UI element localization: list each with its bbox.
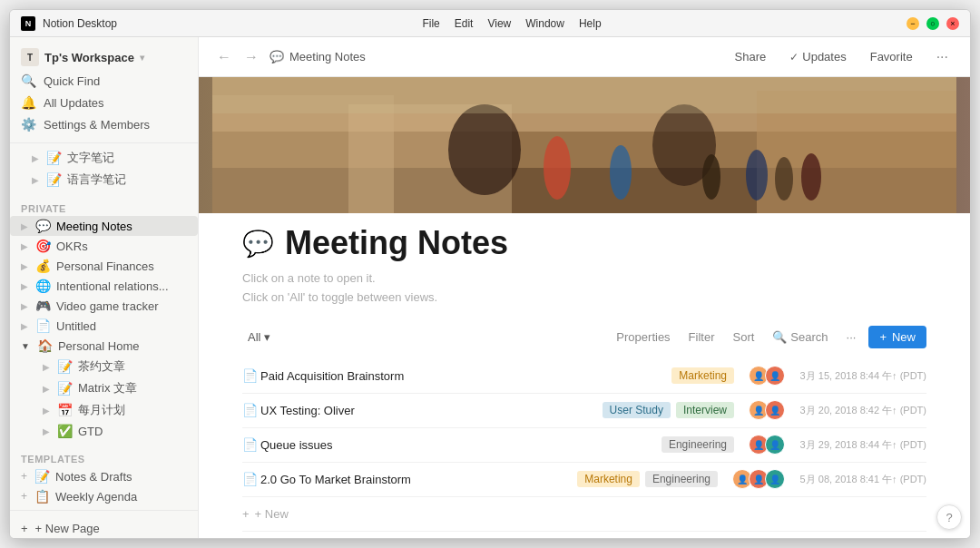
search-icon: 🔍: [21, 73, 36, 88]
filter-button[interactable]: Filter: [683, 328, 720, 347]
doc-icon: 📄: [242, 437, 260, 452]
check-icon: ✅: [57, 424, 73, 438]
table-row[interactable]: 📄 Paid Acquisition Brainstorm Marketing …: [242, 359, 926, 394]
app-logo: N: [21, 16, 35, 31]
gtd-label: GTD: [78, 425, 191, 438]
arrow-icon: ▶: [43, 406, 50, 416]
page-subtitle: Click on a note to open it. Click on 'Al…: [242, 269, 926, 308]
row-title: 2.0 Go To Market Brainstorm: [260, 473, 536, 486]
more-button[interactable]: ···: [929, 45, 956, 69]
doc-icon: 📝: [46, 172, 62, 187]
game-icon: 🎮: [35, 298, 51, 313]
subtitle-line2: Click on 'All' to toggle between views.: [242, 289, 926, 308]
svg-point-8: [544, 136, 571, 200]
sidebar-item-video-game[interactable]: ▶ 🎮 Video game tracker: [10, 296, 198, 316]
row-title: Paid Acquisition Brainstorm: [260, 369, 553, 383]
view-label: All: [248, 330, 260, 344]
sidebar-item-meeting-notes[interactable]: ▶ 💬 Meeting Notes: [10, 216, 198, 236]
sidebar-item-yuyan[interactable]: ▶ 📝 语言学笔记: [10, 169, 198, 191]
sidebar-item-weekly-agenda[interactable]: + 📋 Weekly Agenda: [10, 486, 198, 506]
avatar: 👤: [765, 435, 785, 455]
doc-icon: 📄: [242, 472, 260, 486]
window-controls: − ○ ×: [906, 17, 959, 30]
table-row[interactable]: 📄 UX Testing: Oliver User Study Intervie…: [242, 394, 926, 428]
properties-button[interactable]: Properties: [611, 328, 675, 347]
sidebar-item-monthly-plan[interactable]: ▶ 📅 每月计划: [10, 399, 198, 421]
svg-point-11: [746, 150, 768, 201]
minimize-button[interactable]: −: [906, 17, 919, 30]
sidebar-item-article1[interactable]: ▶ 📝 茶约文章: [10, 356, 198, 377]
arrow-icon: ▶: [21, 321, 28, 331]
menu-help[interactable]: Help: [579, 17, 602, 30]
sidebar-item-untitled[interactable]: ▶ 📄 Untitled: [10, 316, 198, 336]
favorite-button[interactable]: Favorite: [863, 46, 920, 67]
sidebar-quick-find[interactable]: 🔍 Quick Find: [14, 70, 194, 92]
menu-view[interactable]: View: [487, 17, 511, 30]
close-button[interactable]: ×: [946, 17, 959, 30]
row-tags: Marketing: [553, 367, 734, 384]
menu-edit[interactable]: Edit: [455, 17, 474, 30]
sidebar-item-article2[interactable]: ▶ 📝 Matrix 文章: [10, 377, 198, 399]
db-more-button[interactable]: ···: [841, 328, 862, 347]
menu-window[interactable]: Window: [525, 17, 564, 30]
intentional-label: Intentional relations...: [56, 279, 191, 293]
row-avatars: 👤 👤: [749, 400, 785, 420]
sidebar-item-notes-drafts[interactable]: + 📝 Notes & Drafts: [10, 466, 198, 486]
money-icon: 💰: [35, 259, 51, 273]
sidebar-item-okrs[interactable]: ▶ 🎯 OKRs: [10, 236, 198, 256]
nav-buttons: ← →: [213, 47, 262, 67]
article2-label: Matrix 文章: [78, 380, 191, 396]
arrow-down-icon: ▼: [21, 341, 30, 351]
workspace-icon: T: [21, 48, 39, 66]
workspace-header[interactable]: T Tp's Workspace ▾: [14, 44, 194, 70]
sidebar-item-gtd[interactable]: ▶ ✅ GTD: [10, 421, 198, 441]
new-record-button[interactable]: + New: [868, 326, 926, 348]
toolbar-right: Share ✓ Updates Favorite ···: [728, 45, 956, 69]
sidebar-all-updates[interactable]: 🔔 All Updates: [14, 92, 194, 113]
globe-icon: 🌐: [35, 279, 51, 293]
sidebar-templates-section: TEMPLATES + 📝 Notes & Drafts + 📋 Weekly …: [10, 445, 198, 510]
personal-finances-label: Personal Finances: [56, 259, 191, 273]
doc-icon: 📝: [57, 381, 73, 396]
page-toolbar: ← → 💬 Meeting Notes Share ✓ Updates Favo…: [199, 37, 970, 77]
sort-button[interactable]: Sort: [728, 328, 760, 347]
sidebar-nested-section: ▶ 📝 文字笔记 ▶ 📝 语言学笔记: [10, 143, 198, 194]
settings-label: Settings & Members: [44, 118, 150, 132]
menu-file[interactable]: File: [422, 17, 439, 30]
arrow-icon: ▶: [21, 301, 28, 311]
sidebar-item-personal-home[interactable]: ▼ 🏠 Personal Home: [10, 336, 198, 356]
maximize-button[interactable]: ○: [926, 17, 939, 30]
weekly-agenda-label: Weekly Agenda: [55, 490, 191, 504]
sidebar-item-personal-finances[interactable]: ▶ 💰 Personal Finances: [10, 256, 198, 276]
share-button[interactable]: Share: [728, 46, 774, 67]
db-toolbar: All ▾ Properties Filter Sort 🔍 Search: [242, 326, 926, 348]
row-date: 3月 15, 2018 8:44 午↑ (PDT): [799, 369, 926, 383]
arrow-icon: ▶: [43, 384, 50, 394]
sidebar-item-wenzi[interactable]: ▶ 📝 文字笔记: [10, 147, 198, 169]
arrow-icon: ▶: [43, 362, 50, 372]
view-selector[interactable]: All ▾: [242, 328, 276, 347]
svg-point-9: [610, 145, 632, 200]
updates-button[interactable]: ✓ Updates: [782, 46, 853, 67]
tag-engineering: Engineering: [662, 436, 734, 453]
back-button[interactable]: ←: [213, 47, 235, 67]
gear-icon: ⚙️: [21, 117, 36, 132]
workspace-label: Tp's Workspace: [44, 51, 134, 64]
help-button[interactable]: ?: [936, 504, 962, 530]
add-row-button[interactable]: + + New: [242, 497, 926, 532]
arrow-icon: ▶: [43, 426, 50, 436]
new-page-button[interactable]: + + New Page: [14, 518, 194, 538]
sidebar-item-intentional[interactable]: ▶ 🌐 Intentional relations...: [10, 276, 198, 296]
sidebar-private-section: PRIVATE ▶ 💬 Meeting Notes ▶ 🎯 OKRs ▶ 💰 P…: [10, 194, 198, 445]
table-row[interactable]: 📄 Queue issues Engineering 👤 👤 3月 29, 20…: [242, 428, 926, 463]
row-title: UX Testing: Oliver: [260, 404, 553, 417]
sidebar-settings[interactable]: ⚙️ Settings & Members: [14, 113, 194, 135]
app-window: N Notion Desktop File Edit View Window H…: [9, 9, 971, 539]
view-chevron-icon: ▾: [264, 330, 270, 344]
table-row[interactable]: 📄 2.0 Go To Market Brainstorm Marketing …: [242, 463, 926, 497]
page-content-area: 💬 Meeting Notes Click on a note to open …: [199, 213, 970, 538]
plus-icon: +: [21, 490, 27, 503]
forward-button[interactable]: →: [240, 47, 262, 67]
search-button[interactable]: 🔍 Search: [767, 328, 833, 347]
yuyan-label: 语言学笔记: [67, 171, 191, 188]
